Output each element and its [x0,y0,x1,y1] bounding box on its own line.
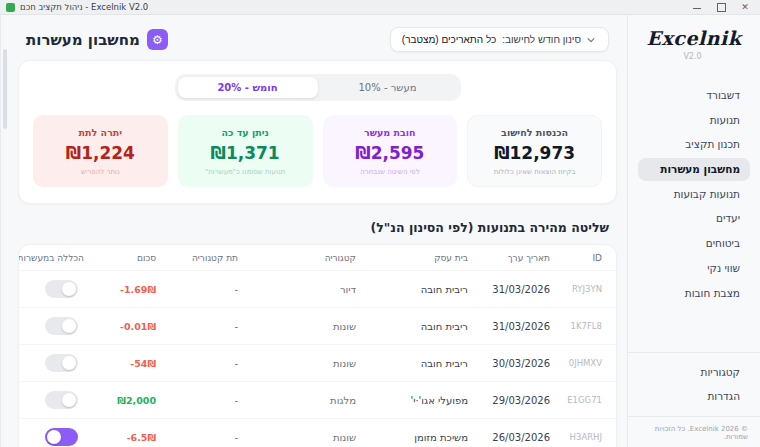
scrollbar[interactable] [0,15,8,447]
sidebar-nav-bottom: קטגוריותהגדרות [638,361,750,408]
cell-value-date: 29/03/2026 [468,395,550,406]
section-title: שליטה מהירה בתנועות (לפי הסינון הנ"ל) [18,216,617,244]
cell-id: H3ARHJ [550,432,602,442]
include-in-tithe-toggle[interactable] [45,280,78,298]
toggle-knob [62,319,76,333]
logo-version: V2.0 [683,52,701,61]
column-header: תאריך ערך [468,245,550,270]
sidebar-item[interactable]: קטגוריות [638,361,750,384]
cell-amount: ₪2,000 [111,395,156,406]
stat-value: ₪12,973 [476,143,593,163]
transactions-table-card: IDתאריך ערךבית עסקקטגוריהתת קטגוריהסכוםה… [18,244,617,447]
table-row: 1K7FL831/03/2026ריבית חובהשונות--0.01₪ [19,308,616,345]
stat-value: ₪1,224 [42,143,159,163]
stat-card: ניתן עד כה₪1,371תנועות שסומנו כ"מעשרות" [178,115,313,187]
cell-category: שונות [238,432,356,443]
column-header: בית עסק [356,245,468,270]
sidebar-item[interactable]: דשבורד [638,84,750,107]
sidebar-item[interactable]: מצבת חובות [638,282,750,305]
cell-subcategory: - [156,432,238,443]
include-in-tithe-toggle[interactable] [45,354,78,372]
cell-category: שונות [238,358,356,369]
sidebar-nav: דשבורדתנועותתכנון תקציבמחשבון מעשרותתנוע… [638,84,750,304]
month-filter-dropdown[interactable]: סינון חודש לחישוב: כל התאריכים (מצטבר) [390,27,609,52]
sidebar-item[interactable]: הגדרות [638,385,750,408]
cell-value-date: 31/03/2026 [468,321,550,332]
stat-value: ₪1,371 [187,143,304,163]
table-row: H3ARHJ26/03/2026משיכת מזומןשונות--6.5₪ [19,419,616,447]
tithe-mode-option[interactable]: חומש - 20% [178,77,318,98]
chevron-down-icon [587,36,595,44]
cell-id: RYJ3YN [550,284,602,294]
cell-id: 1K7FL8 [550,321,602,331]
filter-label: סינון חודש לחישוב: [502,34,581,45]
table-row: 0JHMXV30/03/2026ריבית חובהשונות--54₪ [19,345,616,382]
column-header: קטגוריה [238,245,356,270]
table-row: RYJ3YN31/03/2026ריבית חובהדיור--1.69₪ [19,271,616,308]
minimize-icon[interactable] [692,2,702,12]
cell-amount: -0.01₪ [114,321,156,332]
toggle-knob [62,393,76,407]
cell-amount: -1.69₪ [114,284,156,295]
table-row: E1GG7129/03/2026מפועלי אגו'·י'מלגות-₪2,0… [19,382,616,419]
logo-text: Excelnik [647,27,742,49]
column-header: ID [550,245,602,270]
cell-business: ריבית חובה [356,321,468,332]
include-in-tithe-toggle[interactable] [45,391,78,409]
app-window: ניהול תקציב חכם - Excelnik V2.0 ✕ Exceln… [0,0,760,447]
sidebar: Excelnik V2.0 דשבורדתנועותתכנון תקציבמחש… [627,15,760,447]
close-icon[interactable]: ✕ [740,2,750,12]
maximize-icon[interactable] [716,2,726,12]
page-title: מחשבון מעשרות [26,31,140,49]
column-header: הכללה במעשרות [18,245,84,270]
tithe-mode-option[interactable]: מעשר - 10% [318,77,458,98]
gear-icon: ⚙ [147,29,168,50]
sidebar-footer: © Excelnik 2026. כל הזכויות שמורות. [628,416,760,443]
stat-title: הכנסות לחישוב [476,127,593,138]
sidebar-item[interactable]: יעדים [638,207,750,230]
stat-note: לפי השיטה שנבחרה [332,168,449,176]
sidebar-item[interactable]: תנועות קבועות [638,183,750,206]
titlebar: ניהול תקציב חכם - Excelnik V2.0 ✕ [0,0,760,15]
sidebar-item[interactable]: תנועות [638,109,750,132]
stat-title: חובת מעשר [332,127,449,138]
scrollbar-thumb[interactable] [3,49,7,129]
tithe-calculator-card: מעשר - 10%חומש - 20% הכנסות לחישוב₪12,97… [18,60,617,204]
cell-business: ריבית חובה [356,358,468,369]
stat-note: נותר להפריש [42,168,159,176]
cell-subcategory: - [156,358,238,369]
filter-value: כל התאריכים (מצטבר) [402,34,496,45]
stat-title: יתרה לתת [42,127,159,138]
stat-value: ₪2,595 [332,143,449,163]
logo: Excelnik V2.0 [638,27,750,62]
stat-note: תנועות שסומנו כ"מעשרות" [187,168,304,176]
cell-id: E1GG71 [550,395,602,405]
cell-value-date: 26/03/2026 [468,432,550,443]
cell-id: 0JHMXV [550,358,602,368]
cell-value-date: 30/03/2026 [468,358,550,369]
stat-card: הכנסות לחישוב₪12,973בקיזוז הוצאות שאינן … [467,115,602,187]
toggle-knob [62,282,76,296]
cell-category: דיור [238,284,356,295]
column-header: סכום [84,245,156,270]
stat-note: בקיזוז הוצאות שאינן כלולות [476,168,593,176]
include-in-tithe-toggle[interactable] [45,428,78,446]
sidebar-item[interactable]: ביטוחים [638,232,750,255]
stat-card: יתרה לתת₪1,224נותר להפריש [33,115,168,187]
cell-subcategory: - [156,284,238,295]
cell-amount: -54₪ [124,358,156,369]
stats-row: הכנסות לחישוב₪12,973בקיזוז הוצאות שאינן … [33,115,602,187]
table-header-row: IDתאריך ערךבית עסקקטגוריהתת קטגוריהסכוםה… [19,245,616,271]
cell-amount: -6.5₪ [121,432,156,443]
table-body: RYJ3YN31/03/2026ריבית חובהדיור--1.69₪1K7… [19,271,616,447]
toggle-knob [47,430,61,444]
sidebar-item[interactable]: תכנון תקציב [638,133,750,156]
sidebar-item[interactable]: מחשבון מעשרות [638,158,750,181]
cell-subcategory: - [156,321,238,332]
window-title: ניהול תקציב חכם - Excelnik V2.0 [20,2,148,12]
column-header: תת קטגוריה [156,245,238,270]
stat-card: חובת מעשר₪2,595לפי השיטה שנבחרה [323,115,458,187]
include-in-tithe-toggle[interactable] [45,317,78,335]
sidebar-item[interactable]: שווי נקי [638,257,750,280]
app-icon [6,3,15,12]
